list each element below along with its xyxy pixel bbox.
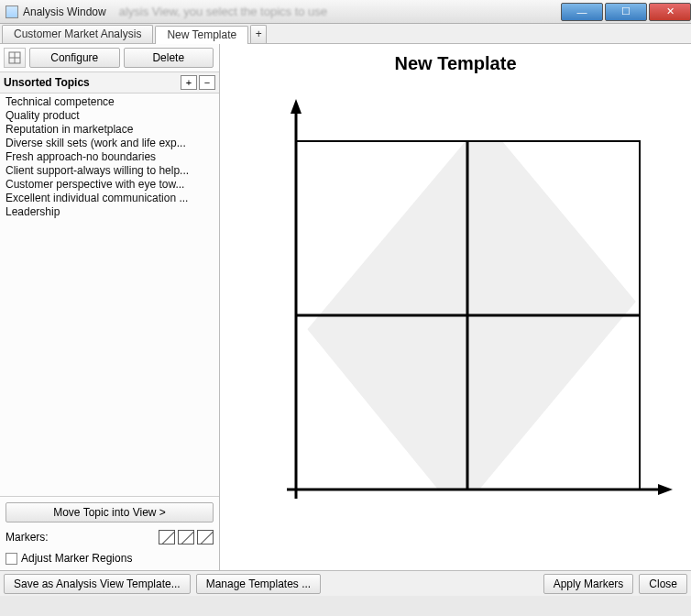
adjust-marker-checkbox[interactable] <box>5 553 17 565</box>
maximize-button[interactable]: ☐ <box>605 3 647 21</box>
list-item[interactable]: Diverse skill sets (work and life exp... <box>4 137 219 150</box>
tabstrip: Customer Market Analysis New Template + <box>0 24 691 44</box>
add-topic-button[interactable]: + <box>181 75 197 90</box>
close-window-button[interactable]: ✕ <box>649 3 691 21</box>
save-template-button[interactable]: Save as Analysis View Template... <box>4 574 191 594</box>
markers-row: Markers: <box>5 530 214 544</box>
marker-slot-2[interactable] <box>178 530 194 544</box>
list-item[interactable]: Fresh approach-no boundaries <box>4 150 219 164</box>
app-icon <box>5 6 18 18</box>
y-axis-arrow-icon <box>291 99 302 114</box>
x-axis-arrow-icon <box>658 484 673 495</box>
sidebar: Configure Delete Unsorted Topics + − Tec… <box>0 44 220 570</box>
chart-canvas[interactable]: New Template <box>220 44 691 570</box>
tab-new-template[interactable]: New Template <box>155 26 248 44</box>
markers-label: Markers: <box>5 531 49 544</box>
chart-title: New Template <box>220 53 691 74</box>
window-title: Analysis Window <box>23 6 106 18</box>
list-item[interactable]: Customer perspective with eye tow... <box>4 178 219 192</box>
remove-topic-button[interactable]: − <box>199 75 215 90</box>
list-item[interactable]: Excellent individual communication ... <box>4 192 219 205</box>
manage-templates-button[interactable]: Manage Templates ... <box>196 574 322 594</box>
workarea: Configure Delete Unsorted Topics + − Tec… <box>0 44 691 570</box>
topic-list: Technical competence Quality product Rep… <box>0 94 219 496</box>
minimize-button[interactable]: — <box>561 3 603 21</box>
marker-slot-3[interactable] <box>197 530 214 544</box>
quadrant-chart <box>227 77 686 554</box>
list-item[interactable]: Quality product <box>4 109 219 123</box>
close-button[interactable]: Close <box>639 574 687 594</box>
layout-icon[interactable] <box>4 48 26 68</box>
list-item[interactable]: Reputation in marketplace <box>4 123 219 137</box>
adjust-marker-label: Adjust Marker Regions <box>21 552 132 565</box>
apply-markers-button[interactable]: Apply Markers <box>543 574 634 594</box>
sidebar-toolbar: Configure Delete <box>0 44 219 72</box>
bottombar: Save as Analysis View Template... Manage… <box>0 570 691 596</box>
list-item[interactable]: Technical competence <box>4 95 219 109</box>
window-controls: — ☐ ✕ <box>559 3 691 21</box>
unsorted-topics-header: Unsorted Topics + − <box>0 72 219 94</box>
list-item[interactable]: Client support-always willing to help... <box>4 164 219 178</box>
unsorted-topics-label: Unsorted Topics <box>4 76 90 89</box>
sidebar-bottom: Move Topic into View > Markers: Adjust M… <box>0 496 219 570</box>
background-text: alysis View, you select the topics to us… <box>119 5 327 18</box>
adjust-marker-row[interactable]: Adjust Marker Regions <box>5 552 214 565</box>
tab-customer-market-analysis[interactable]: Customer Market Analysis <box>2 25 153 43</box>
list-item[interactable]: Leadership <box>4 205 219 219</box>
move-topic-button[interactable]: Move Topic into View > <box>5 502 214 522</box>
configure-button[interactable]: Configure <box>29 48 120 68</box>
add-tab-button[interactable]: + <box>250 25 267 43</box>
delete-button[interactable]: Delete <box>124 48 214 68</box>
titlebar: Analysis Window alysis View, you select … <box>0 0 691 24</box>
marker-slot-1[interactable] <box>159 530 175 544</box>
